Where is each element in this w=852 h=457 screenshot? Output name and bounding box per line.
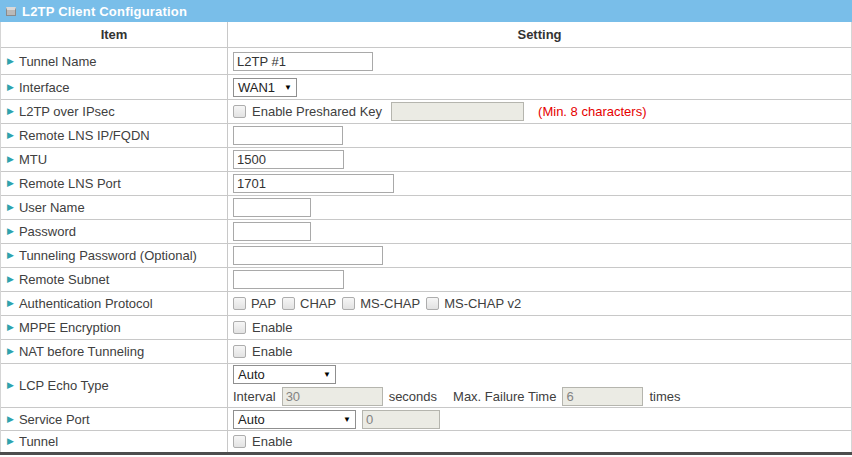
interface-select[interactable]: WAN1 ▼ bbox=[233, 78, 297, 97]
interval-label: Interval bbox=[233, 389, 276, 404]
l2tp-over-ipsec-label: L2TP over IPsec bbox=[19, 104, 115, 119]
seconds-label: seconds bbox=[389, 389, 437, 404]
ms-chap-v2-checkbox[interactable] bbox=[426, 297, 439, 310]
tunnel-name-input[interactable] bbox=[233, 52, 373, 71]
nat-enable-label: Enable bbox=[252, 344, 292, 359]
tunnel-enable-label: Enable bbox=[252, 434, 292, 449]
item-column-header: Item bbox=[1, 22, 228, 47]
arrow-bullet-icon: ▶ bbox=[7, 179, 14, 188]
pap-checkbox[interactable] bbox=[233, 297, 246, 310]
tunnel-name-label: Tunnel Name bbox=[19, 54, 97, 69]
row-remote-lns-ip: ▶ Remote LNS IP/FQDN bbox=[1, 124, 851, 148]
max-failure-time-input[interactable] bbox=[562, 387, 643, 406]
password-input[interactable] bbox=[233, 222, 311, 241]
arrow-bullet-icon: ▶ bbox=[7, 381, 14, 390]
remote-subnet-input[interactable] bbox=[233, 270, 344, 289]
row-tunnel-name: ▶ Tunnel Name bbox=[1, 48, 851, 75]
max-failure-time-label: Max. Failure Time bbox=[453, 389, 556, 404]
nat-before-tunneling-label: NAT before Tunneling bbox=[19, 344, 144, 359]
service-port-label: Service Port bbox=[19, 412, 90, 427]
lcp-echo-type-select[interactable]: Auto ▼ bbox=[233, 365, 336, 384]
preshared-key-input[interactable] bbox=[391, 102, 524, 121]
interface-label: Interface bbox=[19, 80, 70, 95]
row-l2tp-over-ipsec: ▶ L2TP over IPsec Enable Preshared Key (… bbox=[1, 100, 851, 124]
arrow-bullet-icon: ▶ bbox=[7, 437, 14, 446]
arrow-bullet-icon: ▶ bbox=[7, 131, 14, 140]
configuration-table: Item Setting ▶ Tunnel Name ▶ Interface W… bbox=[0, 22, 852, 452]
user-name-input[interactable] bbox=[233, 198, 311, 217]
row-tunnel: ▶ Tunnel Enable bbox=[1, 431, 851, 452]
enable-preshared-key-label: Enable Preshared Key bbox=[252, 104, 382, 119]
section-title: L2TP Client Configuration bbox=[22, 4, 187, 19]
authentication-protocol-label: Authentication Protocol bbox=[19, 296, 153, 311]
l2tp-client-configuration-panel: L2TP Client Configuration Item Setting ▶… bbox=[0, 0, 852, 455]
arrow-bullet-icon: ▶ bbox=[7, 155, 14, 164]
row-service-port: ▶ Service Port Auto ▼ bbox=[1, 408, 851, 431]
tunnel-label: Tunnel bbox=[19, 434, 58, 449]
nat-enable-checkbox[interactable] bbox=[233, 345, 246, 358]
arrow-bullet-icon: ▶ bbox=[7, 83, 14, 92]
arrow-bullet-icon: ▶ bbox=[7, 323, 14, 332]
arrow-bullet-icon: ▶ bbox=[7, 275, 14, 284]
row-user-name: ▶ User Name bbox=[1, 196, 851, 220]
remote-subnet-label: Remote Subnet bbox=[19, 272, 109, 287]
setting-column-header: Setting bbox=[228, 22, 851, 47]
row-authentication-protocol: ▶ Authentication Protocol PAP CHAP MS-CH… bbox=[1, 292, 851, 316]
mtu-label: MTU bbox=[19, 152, 47, 167]
ms-chap-checkbox[interactable] bbox=[342, 297, 355, 310]
chevron-down-icon: ▼ bbox=[323, 370, 331, 379]
section-title-bar: L2TP Client Configuration bbox=[0, 0, 852, 22]
row-remote-lns-port: ▶ Remote LNS Port bbox=[1, 172, 851, 196]
tunneling-password-input[interactable] bbox=[233, 246, 383, 265]
mppe-enable-label: Enable bbox=[252, 320, 292, 335]
row-password: ▶ Password bbox=[1, 220, 851, 244]
password-label: Password bbox=[19, 224, 76, 239]
arrow-bullet-icon: ▶ bbox=[7, 251, 14, 260]
service-port-select[interactable]: Auto ▼ bbox=[233, 410, 356, 429]
remote-lns-port-input[interactable] bbox=[233, 174, 394, 193]
tunneling-password-label: Tunneling Password (Optional) bbox=[19, 248, 197, 263]
times-label: times bbox=[649, 389, 680, 404]
section-window-icon bbox=[6, 7, 16, 16]
remote-lns-ip-input[interactable] bbox=[233, 126, 343, 145]
service-port-input[interactable] bbox=[362, 410, 440, 429]
mppe-encryption-label: MPPE Encryption bbox=[19, 320, 121, 335]
interval-input[interactable] bbox=[282, 387, 383, 406]
mppe-enable-checkbox[interactable] bbox=[233, 321, 246, 334]
chap-checkbox[interactable] bbox=[282, 297, 295, 310]
arrow-bullet-icon: ▶ bbox=[7, 415, 14, 424]
row-nat-before-tunneling: ▶ NAT before Tunneling Enable bbox=[1, 340, 851, 364]
ms-chap-label: MS-CHAP bbox=[360, 296, 420, 311]
row-tunneling-password: ▶ Tunneling Password (Optional) bbox=[1, 244, 851, 268]
tunnel-enable-checkbox[interactable] bbox=[233, 435, 246, 448]
lcp-echo-type-label: LCP Echo Type bbox=[19, 378, 109, 393]
arrow-bullet-icon: ▶ bbox=[7, 57, 14, 66]
row-interface: ▶ Interface WAN1 ▼ bbox=[1, 75, 851, 100]
ms-chap-v2-label: MS-CHAP v2 bbox=[444, 296, 521, 311]
user-name-label: User Name bbox=[19, 200, 85, 215]
preshared-key-hint: (Min. 8 characters) bbox=[538, 104, 646, 119]
pap-label: PAP bbox=[251, 296, 276, 311]
chevron-down-icon: ▼ bbox=[343, 415, 351, 424]
enable-preshared-key-checkbox[interactable] bbox=[233, 105, 246, 118]
arrow-bullet-icon: ▶ bbox=[7, 347, 14, 356]
arrow-bullet-icon: ▶ bbox=[7, 107, 14, 116]
arrow-bullet-icon: ▶ bbox=[7, 203, 14, 212]
mtu-input[interactable] bbox=[233, 150, 344, 169]
row-mppe-encryption: ▶ MPPE Encryption Enable bbox=[1, 316, 851, 340]
chap-label: CHAP bbox=[300, 296, 336, 311]
arrow-bullet-icon: ▶ bbox=[7, 299, 14, 308]
row-mtu: ▶ MTU bbox=[1, 148, 851, 172]
remote-lns-port-label: Remote LNS Port bbox=[19, 176, 121, 191]
next-section-top-edge bbox=[0, 452, 852, 455]
row-remote-subnet: ▶ Remote Subnet bbox=[1, 268, 851, 292]
table-header-row: Item Setting bbox=[1, 22, 851, 48]
arrow-bullet-icon: ▶ bbox=[7, 227, 14, 236]
chevron-down-icon: ▼ bbox=[284, 83, 292, 92]
remote-lns-ip-label: Remote LNS IP/FQDN bbox=[19, 128, 150, 143]
row-lcp-echo-type: ▶ LCP Echo Type Auto ▼ Interval seconds … bbox=[1, 364, 851, 408]
